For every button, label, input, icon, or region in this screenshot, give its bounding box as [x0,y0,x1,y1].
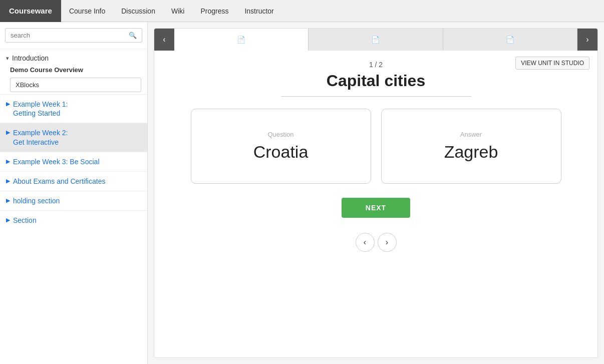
question-value: Croatia [253,142,309,162]
sidebar-item-week1[interactable]: ▶ Example Week 1:Getting Started [0,94,147,123]
tab2-doc-icon: 📄 [371,36,380,44]
sidebar-item-exams[interactable]: ▶ About Exams and Certificates [0,171,147,191]
answer-type-label: Answer [460,131,482,138]
exams-arrow-icon: ▶ [6,178,10,184]
holding-arrow-icon: ▶ [6,197,10,204]
bottom-pagination: ‹ › [356,233,397,252]
sidebar-item-section[interactable]: ▶ Section [0,210,147,230]
week2-arrow-icon: ▶ [6,129,10,136]
pagination-prev-button[interactable]: ‹ [356,233,375,252]
week1-label: Example Week 1:Getting Started [13,100,68,118]
nav-course-info[interactable]: Course Info [61,0,113,22]
cards-row: Question Croatia Answer Zagreb [191,109,561,184]
week3-label: Example Week 3: Be Social [13,157,100,166]
intro-collapse-arrow: ▾ [6,55,9,62]
sidebar-item-week2[interactable]: ▶ Example Week 2:Get Interactive [0,123,147,151]
xblocks-box[interactable]: XBlocks [10,78,141,92]
section-label: Section [13,216,37,225]
nav-wiki[interactable]: Wiki [163,0,192,22]
card-divider [281,96,471,97]
tab3-doc-icon: 📄 [506,36,514,44]
next-button[interactable]: NEXT [342,198,410,218]
content-area: ‹ 📄 📄 📄 › VIEW UNIT IN STUDIO [148,22,604,364]
tab-prev-button[interactable]: ‹ [154,29,174,51]
view-unit-button[interactable]: VIEW UNIT IN STUDIO [515,57,589,70]
tab1-doc-icon: 📄 [237,36,245,44]
main-content: VIEW UNIT IN STUDIO 1 / 2 Capital cities… [154,51,597,357]
card-title: Capital cities [327,72,425,90]
holding-label: holding section [13,196,60,205]
nav-instructor[interactable]: Instructor [236,0,281,22]
tab-bar: ‹ 📄 📄 📄 › [154,29,597,51]
nav-discussion[interactable]: Discussion [113,0,163,22]
intro-section-header[interactable]: ▾ Introduction [0,49,147,64]
section-arrow-icon: ▶ [6,217,10,223]
sidebar-item-week3[interactable]: ▶ Example Week 3: Be Social [0,152,147,171]
content-box: ‹ 📄 📄 📄 › VIEW UNIT IN STUDIO [154,28,598,358]
search-wrapper[interactable]: 🔍 [5,28,142,43]
exams-label: About Exams and Certificates [13,177,105,186]
question-card: Question Croatia [191,109,371,184]
tabs-list: 📄 📄 📄 [174,29,577,51]
search-icon: 🔍 [129,32,137,39]
nav-progress[interactable]: Progress [192,0,236,22]
sidebar-item-holding[interactable]: ▶ holding section [0,191,147,210]
tab-3[interactable]: 📄 [443,29,577,51]
tab-next-button[interactable]: › [577,29,597,51]
answer-card: Answer Zagreb [381,109,561,184]
answer-value: Zagreb [444,142,498,162]
main-layout: 🔍 ▾ Introduction Demo Course Overview XB… [0,22,604,364]
week3-arrow-icon: ▶ [6,158,10,165]
subsection-label: Demo Course Overview [0,64,147,76]
question-type-label: Question [267,131,293,138]
pagination-next-button[interactable]: › [378,233,397,252]
page-counter: 1 / 2 [369,61,383,69]
top-nav: Courseware Course Info Discussion Wiki P… [0,0,604,22]
week1-arrow-icon: ▶ [6,101,10,107]
search-container: 🔍 [0,22,147,49]
nav-brand[interactable]: Courseware [0,0,61,22]
sidebar: 🔍 ▾ Introduction Demo Course Overview XB… [0,22,148,364]
week2-label: Example Week 2:Get Interactive [13,128,68,146]
tab-1[interactable]: 📄 [174,29,309,51]
search-input[interactable] [11,32,129,39]
tab-2[interactable]: 📄 [309,29,443,51]
intro-label: Introduction [12,54,49,62]
